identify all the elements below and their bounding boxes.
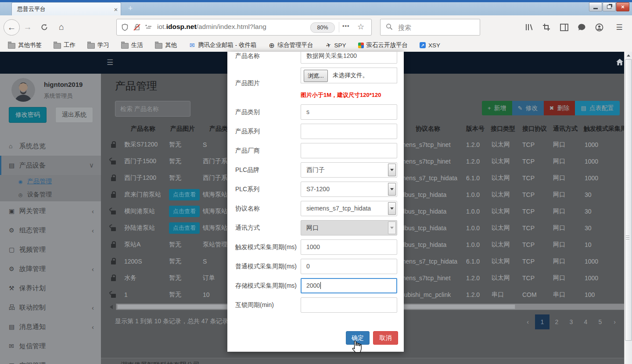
change-password-button[interactable]: 修改密码 — [9, 107, 47, 123]
dropdown-arrow-icon[interactable] — [388, 164, 396, 176]
cancel-button[interactable]: 取消 — [373, 331, 398, 345]
bookmark-item[interactable]: SPY — [325, 42, 346, 49]
url-text[interactable]: iot.idosp.net/admin/index.html?lang — [157, 19, 310, 34]
scroll-left-arrow[interactable] — [110, 305, 113, 309]
zoom-level-badge[interactable]: 80% — [310, 22, 335, 33]
product-search[interactable] — [115, 101, 190, 117]
vendor-input[interactable] — [301, 143, 397, 158]
edit-button[interactable]: ✎修改 — [512, 101, 544, 115]
permissions-icon[interactable] — [144, 23, 153, 32]
account-icon[interactable] — [593, 21, 605, 33]
bookmark-item[interactable]: 工作 — [54, 41, 75, 49]
url-bar[interactable]: iot.idosp.net/admin/index.html?lang 80% … — [116, 19, 372, 36]
dropdown-arrow-icon[interactable] — [388, 183, 396, 196]
bookmark-item[interactable]: 萤石云开放平台 — [358, 41, 408, 49]
view-image-button[interactable]: 点击查看 — [169, 222, 200, 234]
insecure-lock-icon[interactable] — [133, 23, 141, 32]
library-icon[interactable] — [523, 21, 535, 33]
restore-button[interactable] — [603, 2, 616, 11]
browser-search-input[interactable] — [397, 20, 478, 35]
sidebar-item[interactable]: ⚙ 故障管理 ‹ — [0, 259, 101, 278]
sidebar-item[interactable]: 品 联动控制 ‹ — [0, 298, 101, 317]
bookmark-label: 其他 — [165, 41, 177, 49]
bookmark-item[interactable]: 生活 — [121, 41, 143, 49]
page-button[interactable]: 3 — [564, 314, 578, 329]
cross-icon: ✖ — [549, 105, 554, 111]
sidebar-item-icon: ▦ — [9, 362, 19, 364]
storage-period-input-focused[interactable]: 2000 — [301, 278, 397, 293]
product-image-file-input[interactable]: 浏览... 未选择文件。 — [301, 68, 397, 83]
sidebar-item[interactable]: ⚙ 组态管理 ‹ — [0, 221, 101, 240]
page-button[interactable]: 1 — [535, 314, 549, 329]
cell-interface-type: 以太网 — [492, 157, 510, 165]
sidebar-toggle-icon[interactable] — [558, 21, 570, 33]
sidebar-item[interactable]: ⚒ 保养计划 — [0, 278, 101, 298]
category-input[interactable]: s — [301, 104, 397, 120]
new-tab-button[interactable]: + — [125, 4, 136, 13]
browser-search[interactable] — [380, 19, 480, 36]
page-actions-icon[interactable]: ••• — [342, 19, 350, 34]
series-input[interactable] — [301, 124, 397, 139]
sidebar-item[interactable]: ▣ 网关管理 ‹ — [0, 201, 101, 221]
screenshot-tool-icon[interactable] — [541, 21, 552, 33]
bookmark-item[interactable]: 综合管理平台 — [269, 41, 313, 49]
sidebar-item[interactable]: ▢ 视频管理 — [0, 240, 101, 259]
sidebar-item-label: 故障管理 — [19, 265, 46, 273]
product-search-input[interactable] — [115, 101, 190, 116]
logout-button[interactable]: 退出系统 — [55, 107, 93, 123]
tab-close-icon[interactable]: × — [111, 6, 121, 13]
home-button[interactable]: ⌂ — [54, 19, 68, 35]
page-button[interactable]: › — [607, 314, 622, 329]
interlock-period-input[interactable] — [301, 297, 397, 313]
protocol-select[interactable]: siemens_s7_tcp_hidata — [301, 201, 397, 216]
bookmark-item[interactable]: XSY — [420, 42, 440, 49]
sidebar-collapse-icon[interactable]: ☰ — [107, 59, 113, 66]
normal-period-input[interactable]: 0 — [301, 259, 397, 274]
shield-icon[interactable] — [120, 23, 129, 32]
page-button[interactable]: 2 — [549, 314, 564, 329]
plc-series-select[interactable]: S7-1200 — [301, 182, 397, 197]
reload-icon — [41, 24, 48, 31]
document-icon: ▤ — [581, 105, 586, 111]
view-image-button[interactable]: 点击查看 — [169, 189, 200, 200]
browser-scrollbar[interactable] — [624, 52, 632, 364]
add-button[interactable]: +新增 — [482, 101, 512, 115]
plc-brand-select[interactable]: 西门子 — [301, 162, 397, 178]
browse-button[interactable]: 浏览... — [304, 70, 328, 82]
delete-button[interactable]: ✖删除 — [544, 101, 575, 115]
avatar[interactable] — [11, 78, 35, 102]
view-image-button[interactable]: 点击查看 — [169, 206, 200, 217]
bookmark-item[interactable]: 其他 — [155, 41, 177, 49]
sidebar-item[interactable]: ⌂ 系统总览 — [0, 136, 101, 156]
sidebar-item[interactable]: ◉ 产品管理 — [0, 175, 101, 188]
user-name: hignton2019 — [44, 81, 83, 88]
bookmark-star-icon[interactable]: ☆ — [357, 19, 364, 34]
sidebar-item[interactable]: ▤ 消息通知 ‹ — [0, 317, 101, 336]
minimize-button[interactable] — [589, 2, 602, 11]
page-button[interactable]: 5 — [593, 314, 607, 329]
page-button[interactable]: 4 — [578, 314, 593, 329]
page-button[interactable]: ‹ — [521, 314, 535, 329]
scrollbar-thumb[interactable] — [625, 59, 632, 341]
forward-button[interactable]: → — [21, 19, 34, 35]
scrollbar-up-arrow[interactable] — [625, 52, 632, 59]
sidebar-item[interactable]: ◎ 设备管理 — [0, 188, 101, 201]
bookmark-item[interactable]: 学习 — [87, 41, 109, 49]
navbar-home-icon[interactable] — [615, 58, 624, 68]
sidebar-item[interactable]: ✉ 短信管理 — [0, 336, 101, 356]
back-button[interactable]: ← — [4, 19, 20, 36]
point-table-config-button[interactable]: ▤点表配置 — [575, 101, 619, 115]
messages-bubble-icon[interactable] — [576, 21, 587, 33]
dropdown-arrow-icon[interactable] — [388, 202, 396, 215]
url-path: /admin/index.html?lang — [197, 23, 266, 30]
close-button[interactable]: × — [616, 2, 629, 11]
reload-button[interactable] — [38, 19, 51, 35]
bookmark-item[interactable]: 腾讯企业邮箱 - 收件箱 — [189, 41, 257, 49]
trigger-period-input[interactable]: 1000 — [301, 239, 397, 255]
menu-icon[interactable]: ☰ — [614, 21, 625, 33]
browser-tab[interactable]: 思普云平台 × — [11, 2, 121, 16]
sidebar-item[interactable]: ▦ 空间管理 — [0, 356, 101, 364]
bookmark-item[interactable]: 其他书签 — [8, 41, 42, 49]
sidebar-item[interactable]: ▤ 产品设备 ∨ — [0, 156, 101, 175]
product-name-input[interactable]: 数据网关采集1200 — [301, 52, 397, 64]
